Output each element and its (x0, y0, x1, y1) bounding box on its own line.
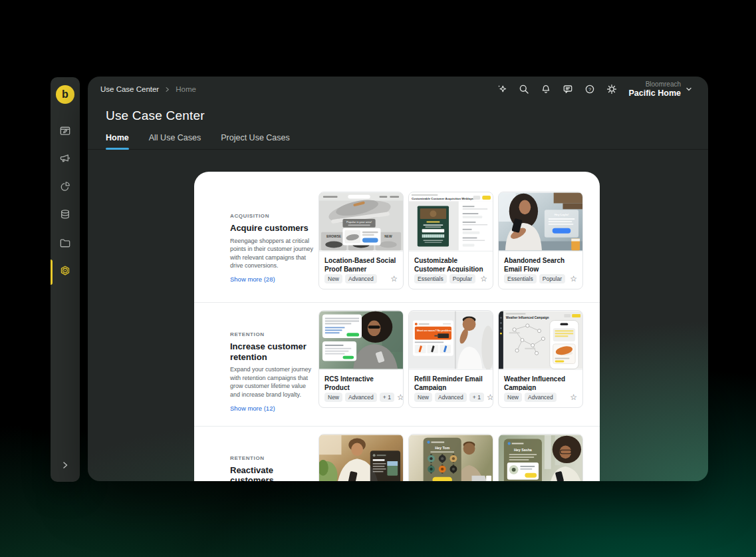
watch-greeting-text: Hey Tom (435, 446, 449, 450)
card-footer: New Advanced ☆ (319, 272, 403, 289)
section-category: ACQUISITION (230, 213, 315, 219)
use-case-card-acquisition-weblayer[interactable]: Customizable Customer Acquisition Weblay… (408, 192, 493, 289)
breadcrumb: Use Case Center Home (100, 85, 196, 93)
card-image-cafe-email (319, 435, 403, 481)
show-more-link[interactable]: Show more (12) (230, 405, 275, 412)
card-title: Customizable Customer Acquisition Weblay… (409, 252, 493, 272)
use-case-card-weather-campaign[interactable]: Weather Influenced Campaign (498, 310, 583, 408)
card-image-woman-kitchen-phone: Hey Layla! (499, 192, 582, 252)
tag-chip: Popular (449, 274, 475, 283)
tag-chip: Essentials (414, 274, 447, 283)
tag-chip: Advanced (525, 393, 557, 402)
tag-chip: Advanced (345, 393, 377, 402)
tag-chip: New (324, 393, 342, 402)
section-intro: ACQUISITION Acquire customers Reengage s… (230, 192, 315, 284)
header-actions: ? Bloomreach Pacific Home (497, 81, 692, 98)
social-proof-tooltip-text: Popular in your area! (346, 220, 372, 224)
help-icon[interactable]: ? (584, 84, 595, 94)
search-icon[interactable] (519, 84, 529, 94)
window-header: Use Case Center Home (88, 77, 708, 102)
section-category: RETENTION (230, 455, 315, 461)
section-title: Acquire customers (230, 223, 315, 234)
use-case-card-abandoned-search[interactable]: Hey Layla! Abandoned Search Email Flow E… (498, 192, 583, 289)
store-label-new: NEW (384, 235, 392, 238)
messages-icon[interactable] (563, 84, 573, 94)
favorite-star-icon[interactable]: ☆ (390, 275, 398, 283)
pie-chart-icon (59, 180, 72, 196)
tag-chip: Advanced (345, 274, 377, 283)
card-footer: Essentials Popular ☆ (409, 272, 493, 289)
favorite-star-icon[interactable]: ☆ (570, 393, 577, 401)
card-image-weather-flow: Weather Influenced Campaign (499, 311, 582, 370)
tab-project-use-cases[interactable]: Project Use Cases (221, 133, 290, 149)
card-footer: Essentials Popular ☆ (499, 272, 582, 289)
favorite-star-icon[interactable]: ☆ (570, 275, 577, 283)
section-description: Reengage shoppers at critical points in … (230, 237, 315, 270)
tab-bar: Home All Use Cases Project Use Cases (88, 133, 708, 150)
tag-chip: Popular (539, 274, 565, 283)
section-title: Reactivate customers (230, 465, 315, 481)
settings-gear-icon[interactable] (606, 84, 617, 94)
use-case-panel: ACQUISITION Acquire customers Reengage s… (194, 172, 600, 481)
razor-headline-text: Short on razors? No problem. (417, 329, 452, 332)
card-image-watches-newsletter: Hey Tom (409, 435, 493, 481)
sidebar-expand-button[interactable] (51, 457, 80, 476)
tab-home[interactable]: Home (106, 133, 129, 149)
card-footer: New Advanced + 1 ☆ (319, 391, 403, 407)
section-acquire-customers: ACQUISITION Acquire customers Reengage s… (194, 184, 600, 302)
folder-icon (59, 237, 72, 252)
sidebar-item-data[interactable] (51, 202, 80, 230)
section-category: RETENTION (230, 331, 315, 337)
sidebar-item-campaigns[interactable] (51, 146, 80, 174)
database-icon (59, 208, 72, 224)
section-title: Increase customer retention (230, 341, 315, 362)
hexagon-play-icon (59, 265, 72, 280)
beauty-greeting-text: Hey Sasha (514, 448, 532, 452)
card-image-beauty-newsletter: Hey Sasha (499, 435, 582, 481)
section-intro: RETENTION Increase customer retention Ex… (230, 310, 315, 413)
section-intro: RETENTION Reactivate customers Reconnect… (230, 434, 315, 481)
favorite-star-icon[interactable]: ☆ (397, 393, 404, 401)
tab-all-use-cases[interactable]: All Use Cases (149, 133, 201, 149)
sidebar-item-assets[interactable] (51, 230, 80, 258)
card-image-weblayer-builder: Customizable Customer Acquisition Weblay… (409, 192, 493, 252)
use-case-card-biweekly-newsletter[interactable]: Hey Tom Bi-Weekly Product Reco (408, 434, 493, 481)
use-case-card-rcs-flow[interactable]: RCS Interactive Product Recommendation F… (318, 310, 404, 408)
tag-chip: Essentials (504, 274, 537, 283)
use-case-card-post-cancellation[interactable]: Post-Cancellation Follow-up Email Flow ☆ (318, 434, 404, 481)
window-pencil-icon (59, 124, 72, 140)
breadcrumb-current: Home (176, 85, 196, 93)
store-label-browse: BROWSE (326, 235, 342, 238)
favorite-star-icon[interactable]: ☆ (480, 275, 487, 283)
bloomreach-logo[interactable]: b (56, 85, 74, 104)
sidebar-item-web-personalization[interactable] (51, 118, 80, 146)
sidebar-item-analytics[interactable] (51, 174, 80, 202)
favorite-star-icon[interactable]: ☆ (487, 393, 493, 401)
section-reactivate-customers: RETENTION Reactivate customers Reconnect… (194, 426, 600, 481)
megaphone-icon (59, 152, 72, 168)
sidebar-item-use-case-center[interactable] (51, 258, 80, 286)
use-case-card-refill-reminder[interactable]: Short on razors? No problem. Refill Remi… (408, 310, 493, 408)
notifications-bell-icon[interactable] (541, 84, 551, 94)
card-title: Refill Reminder Email Campaign (409, 370, 493, 391)
page-title: Use Case Center (106, 108, 708, 123)
project-switcher[interactable]: Bloomreach Pacific Home (628, 81, 692, 98)
card-image-sneaker-store: BROWSE SALE NEW Popular in your area! (319, 192, 403, 252)
tag-chip: New (504, 393, 522, 402)
tag-chip: + 1 (469, 393, 484, 402)
org-name: Bloomreach (628, 81, 681, 89)
ai-assistant-icon[interactable] (497, 84, 507, 94)
use-case-card-favorite-brand[interactable]: Hey Sasha Automated Favorite Brand Newsl… (498, 434, 583, 481)
tag-chip: + 1 (380, 393, 394, 402)
card-footer: New Advanced + 1 ☆ (409, 391, 493, 407)
card-image-rcs-chat (319, 311, 403, 370)
card-title: Location-Based Social Proof Banner (319, 252, 403, 272)
desktop-background: { "app": { "breadcrumb": { "root": "Use … (0, 0, 756, 557)
breadcrumb-chevron-icon (164, 87, 170, 93)
breadcrumb-root[interactable]: Use Case Center (100, 85, 159, 93)
tag-chip: Advanced (435, 393, 467, 402)
use-case-card-location-social-proof[interactable]: BROWSE SALE NEW Popular in your area! (318, 192, 404, 289)
show-more-link[interactable]: Show more (28) (230, 276, 275, 283)
tag-chip: New (414, 393, 432, 402)
tag-chip: New (324, 274, 342, 283)
